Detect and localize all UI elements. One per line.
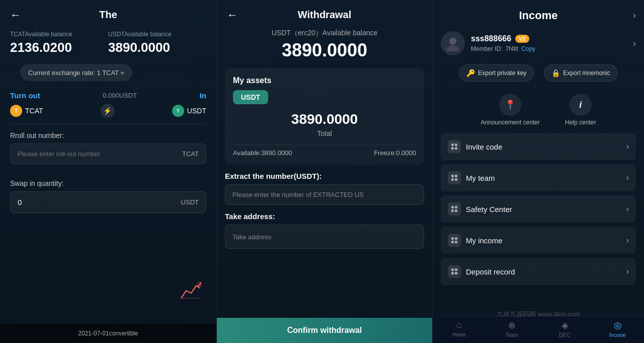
export-private-key-button[interactable]: 🔑 Export private key: [459, 64, 534, 82]
roll-out-input-row[interactable]: TCAT: [10, 144, 206, 164]
turn-row: Turn out 0.000USDT In: [0, 87, 216, 102]
take-address-label: Take address:: [217, 212, 432, 225]
usdt-balance-value: 3890.0000: [108, 40, 206, 55]
tcat-label: TCAT: [25, 107, 43, 115]
member-id-value: 7f4llt: [506, 45, 518, 52]
export-mnemonic-label: Export mnemonic: [563, 70, 610, 77]
svg-rect-12: [455, 206, 457, 209]
exchange-rate-box: Current exchange rate: 1 TCAT =: [20, 64, 132, 81]
withdrawal-header: ← Withdrawal: [217, 0, 432, 26]
swap-arrows-icon[interactable]: ⚡: [101, 104, 115, 118]
nav-team[interactable]: ⊕ Team: [497, 320, 527, 338]
exchange-title: The: [99, 9, 117, 21]
menu-item-left-1: My team: [448, 171, 495, 184]
svg-rect-6: [455, 147, 457, 150]
swap-qty-token: USDT: [181, 198, 199, 206]
svg-rect-7: [451, 175, 454, 177]
export-mnemonic-button[interactable]: 🔒 Export mnemonic: [544, 64, 617, 82]
menu-label-4: Deposit record: [466, 267, 515, 276]
svg-rect-20: [455, 268, 457, 271]
menu-item-left-3: My income: [448, 234, 503, 247]
menu-item-left-4: Deposit record: [448, 265, 515, 278]
svg-rect-10: [455, 178, 457, 181]
username-row: sss888666 V2: [471, 34, 627, 43]
exchange-back-button[interactable]: ←: [10, 9, 21, 22]
svg-rect-18: [455, 241, 457, 243]
confirm-withdrawal-button[interactable]: Confirm withdrawal: [217, 318, 432, 343]
profile-chevron-icon: ›: [633, 38, 636, 49]
username-label: sss888666: [471, 34, 511, 43]
watermark: 九块九源码网 www.9km.com: [497, 310, 580, 319]
usdt-balance-label: USDTAvailable balance: [108, 31, 206, 38]
menu-item-safety-center[interactable]: Safety Center ›: [441, 195, 636, 223]
address-placeholder: Take address: [232, 233, 271, 241]
income-nav-icon: ◎: [614, 320, 622, 331]
svg-rect-14: [455, 210, 457, 212]
nav-home[interactable]: ⌂ Home: [444, 320, 474, 338]
menu-item-left-2: Safety Center: [448, 202, 512, 216]
turn-in-label: In: [200, 91, 206, 100]
menu-item-left-0: Invite code: [448, 140, 503, 153]
announcement-label: Announcement center: [481, 119, 540, 126]
avail-balance-value: 3890.0000: [217, 40, 432, 68]
swap-qty-row: 0 USDT: [10, 191, 206, 213]
menu-item-my-team[interactable]: My team ›: [441, 164, 636, 191]
menu-item-deposit-record[interactable]: Deposit record ›: [441, 258, 636, 285]
export-row: 🔑 Export private key 🔒 Export mnemonic: [433, 62, 644, 89]
dec-label: DE'C: [559, 332, 571, 338]
menu-icon-1: [448, 171, 461, 184]
withdrawal-title: Withdrawal: [298, 9, 352, 21]
swap-qty-value: 0: [18, 198, 22, 207]
usdt-tab[interactable]: USDT: [233, 90, 268, 104]
menu-list: Invite code › My team ›: [433, 129, 644, 285]
lock-icon: 🔒: [551, 69, 560, 77]
avail-balance-label: USDT（erc20）Available balance: [217, 26, 432, 40]
help-center-item[interactable]: i Help center: [565, 94, 596, 126]
usdt-token[interactable]: T USDT: [172, 105, 206, 117]
roll-out-input[interactable]: [18, 150, 182, 158]
extract-placeholder: Please enter the number of EXTRACTED US: [232, 191, 364, 198]
nav-dec[interactable]: ◈ DE'C: [550, 320, 580, 338]
svg-rect-22: [455, 272, 457, 275]
address-input[interactable]: Take address: [225, 225, 424, 249]
menu-label-2: Safety Center: [466, 205, 512, 214]
roll-out-token: TCAT: [182, 150, 199, 158]
income-header: Income: [433, 0, 644, 28]
menu-label-0: Invite code: [466, 143, 503, 151]
announcement-center-item[interactable]: 📍 Announcement center: [481, 94, 540, 126]
svg-rect-13: [451, 210, 454, 212]
svg-rect-11: [451, 206, 454, 209]
extract-input-display[interactable]: Please enter the number of EXTRACTED US: [225, 184, 424, 205]
home-icon: ⌂: [456, 320, 462, 330]
usdt-icon: T: [172, 105, 184, 117]
member-id-label: Member ID:: [471, 45, 503, 52]
svg-rect-3: [451, 144, 454, 146]
home-label: Home: [452, 332, 466, 337]
menu-chevron-0: ›: [626, 142, 629, 151]
menu-item-invite-code[interactable]: Invite code ›: [441, 133, 636, 160]
menu-label-1: My team: [466, 174, 495, 182]
tcat-icon: T: [10, 105, 22, 117]
exchange-footer: 2021-07-01convertible: [0, 324, 216, 343]
withdrawal-back-button[interactable]: ←: [227, 9, 238, 22]
copy-button[interactable]: Copy: [521, 45, 535, 52]
income-next-button[interactable]: ›: [633, 10, 636, 21]
menu-label-3: My income: [466, 236, 503, 245]
extract-label: Extract the number(USDT):: [217, 165, 432, 184]
tcat-token[interactable]: T TCAT: [10, 105, 43, 117]
exchange-rate-text: Current exchange rate: 1 TCAT =: [28, 69, 124, 77]
svg-rect-8: [455, 175, 457, 177]
avatar: [441, 31, 465, 55]
available-freeze-row: Available:3890.0000 Freeze:0.0000: [233, 145, 416, 157]
assets-title: My assets: [233, 76, 416, 85]
token-row: T TCAT ⚡ T USDT: [0, 102, 216, 124]
chart-icon: [179, 281, 201, 303]
menu-item-my-income[interactable]: My income ›: [441, 227, 636, 254]
total-label: Total: [233, 129, 416, 138]
exchange-header: ← The: [0, 0, 216, 26]
exchange-panel: ← The TCATAvailable balance 2136.0200 US…: [0, 0, 216, 343]
swap-qty-label: Swap in quantity:: [0, 172, 216, 191]
usdt-label: USDT: [187, 107, 206, 115]
nav-income[interactable]: ◎ Income: [603, 320, 633, 338]
svg-rect-21: [451, 272, 454, 275]
